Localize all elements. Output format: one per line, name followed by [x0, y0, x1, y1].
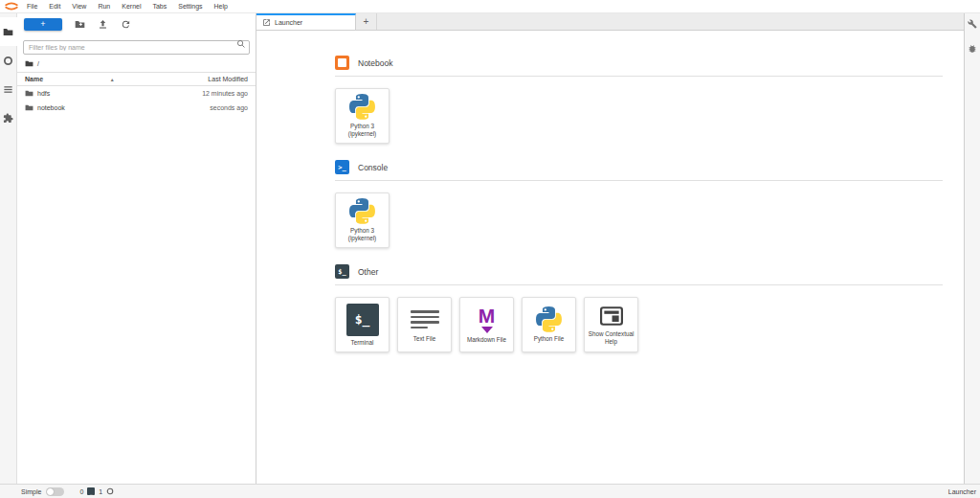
text-file-icon	[411, 307, 439, 332]
debugger-icon[interactable]	[968, 44, 977, 54]
card-label: Python File	[532, 335, 567, 343]
launcher-card-console-python3[interactable]: Python 3 (ipykernel)	[335, 192, 390, 248]
tab-launcher[interactable]: Launcher	[256, 13, 356, 30]
filter-files-input[interactable]	[23, 40, 250, 55]
menu-settings[interactable]: Settings	[172, 3, 208, 10]
terminal-icon: $_	[335, 264, 349, 279]
new-folder-icon[interactable]	[74, 19, 85, 31]
sort-caret-icon[interactable]: ▲	[110, 77, 115, 82]
contextual-help-icon	[598, 305, 625, 328]
menu-tabs[interactable]: Tabs	[146, 3, 172, 10]
terminal-icon: $_	[346, 304, 379, 336]
launcher-section-console: >_ Console	[335, 160, 943, 248]
puzzle-icon	[3, 113, 13, 124]
upload-icon[interactable]	[97, 19, 108, 31]
file-name: hdfs	[37, 90, 50, 97]
sidebar-tab-file-browser[interactable]	[0, 17, 17, 46]
filter-files	[23, 36, 250, 55]
section-divider	[335, 76, 943, 77]
kernel-circle-icon	[106, 487, 114, 495]
launcher-section-other: $_ Other $_ Terminal Text File	[335, 264, 943, 352]
file-modified: 12 minutes ago	[202, 90, 248, 97]
card-label: Terminal	[349, 339, 376, 347]
running-circle-icon	[3, 56, 13, 66]
menu-edit[interactable]: Edit	[43, 3, 66, 10]
right-sidebar	[965, 13, 980, 484]
property-inspector-icon[interactable]	[968, 19, 977, 29]
folder-icon	[25, 103, 33, 112]
launcher-card-notebook-python3[interactable]: Python 3 (ipykernel)	[335, 88, 390, 144]
menu-run[interactable]: Run	[92, 3, 116, 10]
section-title: Notebook	[358, 58, 392, 68]
section-divider	[335, 284, 943, 285]
new-launcher-button[interactable]: +	[24, 18, 62, 31]
python-logo-icon	[349, 94, 375, 120]
sidebar-tab-running[interactable]	[0, 46, 17, 75]
section-title: Console	[358, 163, 388, 172]
home-folder-icon	[25, 59, 33, 68]
jupyterlab-window: File Edit View Run Kernel Tabs Settings …	[0, 0, 980, 498]
sidebar-tab-table-of-contents[interactable]	[0, 75, 17, 103]
sidebar-tab-extensions[interactable]	[0, 103, 17, 132]
menu-kernel[interactable]: Kernel	[116, 3, 146, 10]
breadcrumb-root[interactable]: /	[37, 60, 39, 67]
jupyter-logo-icon	[2, 1, 21, 12]
terminals-count: 0	[79, 488, 83, 495]
menu-view[interactable]: View	[66, 3, 92, 10]
menu-bar: File Edit View Run Kernel Tabs Settings …	[0, 0, 980, 13]
file-browser-panel: +	[17, 13, 256, 484]
python-logo-icon	[536, 306, 562, 332]
refresh-icon[interactable]	[120, 19, 131, 31]
simple-mode-label: Simple	[21, 488, 41, 495]
console-icon: >_	[335, 160, 349, 174]
column-last-modified[interactable]: Last Modified	[208, 76, 248, 82]
file-row-notebook[interactable]: notebook seconds ago	[17, 101, 256, 115]
launcher-panel: Notebook Python 3	[256, 31, 964, 484]
file-list-header: Name ▲ Last Modified	[17, 72, 256, 86]
new-tab-button[interactable]: +	[356, 13, 377, 30]
card-label: Text File	[412, 335, 437, 343]
folder-icon	[25, 89, 33, 98]
menu-file[interactable]: File	[21, 3, 43, 10]
tab-label: Launcher	[275, 19, 302, 26]
launcher-card-show-contextual-help[interactable]: Show Contextual Help	[584, 297, 638, 352]
launcher-card-python-file[interactable]: Python File	[522, 297, 576, 352]
tab-bar: Launcher +	[256, 13, 964, 31]
section-title: Other	[358, 267, 378, 277]
python-logo-icon	[349, 198, 375, 224]
file-name: notebook	[37, 104, 65, 111]
simple-mode-toggle[interactable]	[46, 487, 64, 496]
launcher-card-terminal[interactable]: $_ Terminal	[335, 297, 390, 352]
markdown-icon: M	[479, 306, 496, 333]
launcher-section-notebook: Notebook Python 3	[335, 56, 943, 144]
file-modified: seconds ago	[210, 104, 248, 111]
launcher-card-markdown-file[interactable]: M Markdown File	[459, 297, 514, 352]
search-icon	[236, 39, 246, 49]
column-name[interactable]: Name	[25, 76, 43, 82]
main-dock-panel: Launcher + Notebook	[256, 13, 965, 484]
card-label: Python 3 (ipykernel)	[346, 227, 378, 242]
card-label: Show Contextual Help	[585, 330, 637, 346]
kernels-count: 1	[99, 488, 102, 495]
activity-bar	[0, 13, 17, 484]
launcher-tab-icon	[262, 18, 271, 27]
statusbar-right-text: Launcher	[948, 488, 976, 495]
folder-icon	[3, 27, 13, 37]
status-bar: Simple 0 _ 1 Launcher	[0, 484, 980, 498]
file-browser-toolbar: +	[17, 13, 256, 34]
terminal-mini-icon: _	[87, 487, 95, 495]
running-sessions-status[interactable]: 0 _ 1	[79, 487, 114, 495]
card-label: Python 3 (ipykernel)	[346, 123, 378, 138]
breadcrumb[interactable]: /	[17, 55, 256, 72]
notebook-icon	[335, 56, 349, 70]
card-label: Markdown File	[465, 336, 508, 344]
list-icon	[3, 84, 13, 95]
file-row-hdfs[interactable]: hdfs 12 minutes ago	[17, 86, 256, 101]
menu-help[interactable]: Help	[209, 3, 234, 10]
section-divider	[335, 180, 943, 181]
launcher-card-text-file[interactable]: Text File	[397, 297, 452, 352]
